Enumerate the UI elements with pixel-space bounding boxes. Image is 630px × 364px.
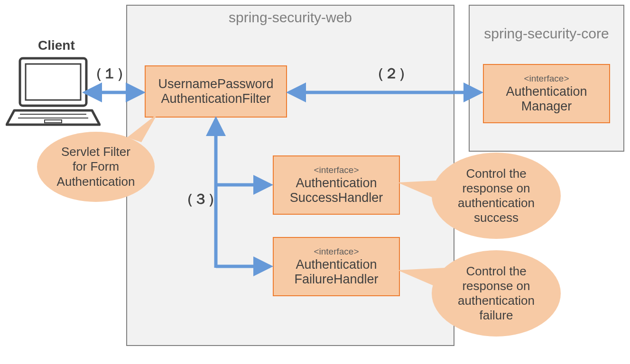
svg-marker-5 [127,114,158,142]
node-username-password-filter: UsernamePassword AuthenticationFilter [145,65,287,118]
node-authentication-failure-handler: <interface> Authentication FailureHandle… [273,237,400,296]
node-line: UsernamePassword [158,77,273,91]
module-title-web: spring-security-web [127,9,454,26]
node-authentication-manager: <interface> Authentication Manager [483,64,610,123]
step-1-label: （１） [88,64,131,83]
step-2-label: （２） [370,64,413,83]
node-line: FailureHandler [294,272,378,287]
node-stereo: <interface> [524,73,569,84]
node-stereo: <interface> [314,165,359,175]
node-line: Authentication [296,257,377,272]
step-3-label: （３） [179,190,222,209]
node-stereo: <interface> [314,246,359,257]
svg-rect-0 [20,58,86,106]
node-line: Authentication [506,84,587,99]
svg-rect-4 [45,120,62,123]
node-authentication-success-handler: <interface> Authentication SuccessHandle… [273,155,400,215]
node-line: SuccessHandler [290,191,383,205]
callout-success: Control the response on authentication s… [432,153,561,239]
svg-rect-1 [26,64,81,100]
node-line: AuthenticationFilter [161,91,270,106]
diagram-canvas: spring-security-web spring-security-core… [0,0,630,364]
callout-failure: Control the response on authentication f… [432,250,561,337]
node-line: Manager [521,99,572,114]
node-line: Authentication [296,176,377,191]
module-title-core: spring-security-core [470,9,623,42]
client-label: Client [38,38,75,53]
callout-servlet-filter: Servlet Filter for Form Authentication [37,132,155,202]
laptop-icon [6,55,101,133]
